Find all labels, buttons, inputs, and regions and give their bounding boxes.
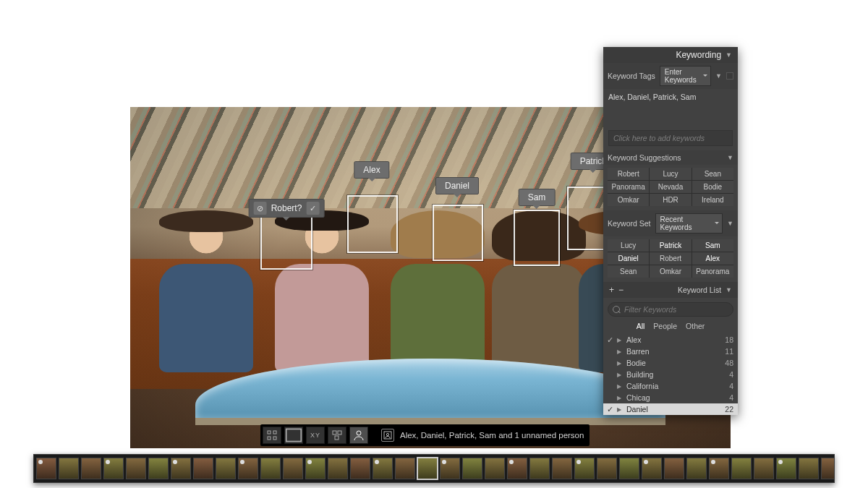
keyword-recent[interactable]: Lucy xyxy=(608,239,649,252)
compare-view-button[interactable]: XY xyxy=(306,427,325,444)
remove-keyword-button[interactable]: − xyxy=(618,285,624,295)
filmstrip-thumb[interactable] xyxy=(260,458,281,479)
keyword-list-tab[interactable]: All xyxy=(637,322,645,330)
keyword-suggestion[interactable]: Robert xyxy=(608,168,649,180)
filmstrip-thumb[interactable] xyxy=(350,458,370,479)
keyword-recent[interactable]: Sean xyxy=(608,265,649,278)
face-tag[interactable]: Alex xyxy=(354,161,389,179)
filmstrip-thumb[interactable] xyxy=(821,458,835,479)
keyword-recent[interactable]: Omkar xyxy=(650,265,691,278)
keyword-tags-extra-button[interactable] xyxy=(726,72,733,80)
keyword-suggestions-header[interactable]: Keyword Suggestions ▼ xyxy=(603,150,738,165)
disclosure-triangle-icon[interactable]: ▶ xyxy=(617,360,623,367)
keyword-suggestion[interactable]: Ireland xyxy=(692,194,733,206)
keyword-recent[interactable]: Sam xyxy=(692,239,733,252)
filmstrip-thumb[interactable] xyxy=(395,458,415,479)
accept-suggestion-button[interactable]: ✓ xyxy=(306,202,319,215)
filmstrip-thumb[interactable] xyxy=(328,458,348,479)
keyword-suggestion[interactable]: HDR xyxy=(650,194,691,206)
filmstrip-thumb[interactable] xyxy=(103,458,124,479)
filmstrip-thumb[interactable] xyxy=(417,458,438,479)
filmstrip-thumb[interactable] xyxy=(619,458,639,479)
filmstrip-thumb[interactable] xyxy=(193,458,213,479)
filmstrip-thumb[interactable] xyxy=(574,458,595,479)
keyword-list-tabs: AllPeopleOther xyxy=(603,320,738,334)
disclosure-triangle-icon[interactable]: ▶ xyxy=(617,348,623,355)
keyword-list-item[interactable]: ▶Bodie48 xyxy=(603,357,738,369)
keyword-recent[interactable]: Panorama xyxy=(692,265,733,278)
filmstrip-thumb[interactable] xyxy=(507,458,527,479)
keyword-list-item[interactable]: ▶California4 xyxy=(603,380,738,392)
survey-view-button[interactable] xyxy=(328,427,346,444)
keyword-recent[interactable]: Daniel xyxy=(608,252,649,265)
filmstrip-thumb[interactable] xyxy=(305,458,326,479)
grid-view-button[interactable] xyxy=(263,427,281,444)
filmstrip-thumb[interactable] xyxy=(36,458,56,479)
filmstrip-thumb[interactable] xyxy=(686,458,707,479)
filmstrip-thumb[interactable] xyxy=(59,458,79,479)
keyword-suggestion[interactable]: Omkar xyxy=(608,194,649,206)
face-tag[interactable]: Daniel xyxy=(435,177,479,194)
filmstrip-thumb[interactable] xyxy=(597,458,617,479)
filmstrip-thumb[interactable] xyxy=(664,458,684,479)
keyword-recent[interactable]: Robert xyxy=(650,252,691,265)
disclosure-triangle-icon[interactable]: ▶ xyxy=(617,383,623,390)
keyword-suggestion[interactable]: Nevada xyxy=(650,181,691,193)
filmstrip-thumb[interactable] xyxy=(709,458,729,479)
filmstrip-thumb[interactable] xyxy=(799,458,819,479)
filmstrip-thumb[interactable] xyxy=(462,458,482,479)
face-region[interactable] xyxy=(514,210,560,266)
keyword-recent[interactable]: Patrick xyxy=(650,239,691,252)
keyword-list-item[interactable]: ▶Building4 xyxy=(603,369,738,380)
filmstrip-thumb[interactable] xyxy=(529,458,550,479)
face-tag-suggestion[interactable]: ⊘Robert?✓ xyxy=(249,199,325,218)
chevron-down-icon[interactable]: ▼ xyxy=(715,72,722,80)
keyword-suggestion[interactable]: Sean xyxy=(692,168,733,180)
keyword-suggestion[interactable]: Lucy xyxy=(650,168,691,180)
keyword-suggestion[interactable]: Bodie xyxy=(692,181,733,193)
keyword-set-dropdown[interactable]: Recent Keywords xyxy=(655,213,723,234)
people-view-button[interactable] xyxy=(349,427,368,444)
reject-suggestion-button[interactable]: ⊘ xyxy=(254,202,267,215)
filmstrip-thumb[interactable] xyxy=(171,458,191,479)
filmstrip-thumb[interactable] xyxy=(642,458,662,479)
filter-keywords-input[interactable]: Filter Keywords xyxy=(608,302,733,317)
disclosure-triangle-icon[interactable]: ▶ xyxy=(617,337,623,343)
current-keywords-text[interactable]: Alex, Daniel, Patrick, Sam xyxy=(608,93,733,127)
add-keywords-input[interactable]: Click here to add keywords xyxy=(608,130,733,146)
keyword-recent[interactable]: Alex xyxy=(692,252,733,265)
face-region[interactable] xyxy=(347,195,398,253)
filmstrip-thumb[interactable] xyxy=(148,458,169,479)
filmstrip-thumb[interactable] xyxy=(373,458,393,479)
filmstrip-thumb[interactable] xyxy=(126,458,146,479)
add-keyword-button[interactable]: + xyxy=(609,285,614,295)
keyword-suggestion[interactable]: Panorama xyxy=(608,181,649,193)
chevron-down-icon[interactable]: ▼ xyxy=(727,220,733,227)
disclosure-triangle-icon[interactable]: ▶ xyxy=(617,372,623,378)
disclosure-triangle-icon[interactable]: ▶ xyxy=(617,406,623,413)
face-tag[interactable]: Sam xyxy=(519,189,556,206)
disclosure-triangle-icon[interactable]: ▶ xyxy=(617,395,623,401)
keyword-tags-dropdown[interactable]: Enter Keywords xyxy=(660,66,711,86)
keywording-header[interactable]: Keywording ▼ xyxy=(603,47,738,63)
filmstrip-thumb[interactable] xyxy=(440,458,460,479)
filmstrip-thumb[interactable] xyxy=(238,458,258,479)
filmstrip-thumb[interactable] xyxy=(776,458,796,479)
face-region[interactable] xyxy=(433,205,483,261)
filmstrip-thumb[interactable] xyxy=(754,458,774,479)
filmstrip-thumb[interactable] xyxy=(552,458,572,479)
filmstrip-thumb[interactable] xyxy=(283,458,303,479)
chevron-down-icon[interactable]: ▼ xyxy=(726,286,732,294)
keyword-list-tab[interactable]: People xyxy=(653,322,677,330)
keyword-list-tab[interactable]: Other xyxy=(686,322,705,330)
filmstrip-thumb[interactable] xyxy=(731,458,752,479)
keyword-list-item[interactable]: ▶Chicag4 xyxy=(603,392,738,403)
keyword-list-item[interactable]: ✓▶Alex18 xyxy=(603,334,738,346)
keyword-list-item[interactable]: ▶Barren11 xyxy=(603,346,738,357)
loupe-view-button[interactable] xyxy=(284,427,303,444)
filmstrip-thumb[interactable] xyxy=(485,458,505,479)
filmstrip[interactable] xyxy=(33,454,835,483)
filmstrip-thumb[interactable] xyxy=(216,458,236,479)
filmstrip-thumb[interactable] xyxy=(81,458,101,479)
keyword-list-item[interactable]: ✓▶Daniel22 xyxy=(603,403,738,415)
